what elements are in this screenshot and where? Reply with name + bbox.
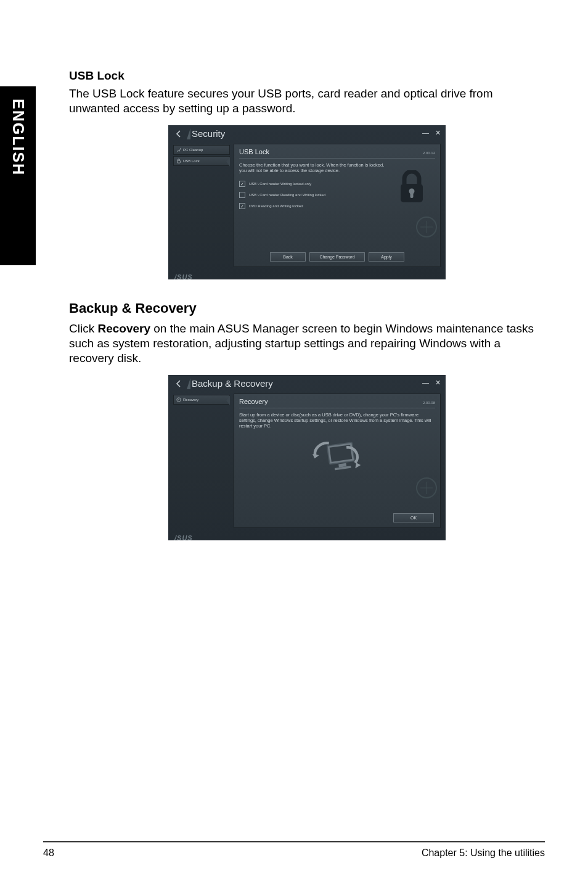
page-footer: 48 Chapter 5: Using the utilities	[43, 848, 545, 859]
minimize-icon[interactable]: —	[422, 379, 429, 387]
back-icon[interactable]	[173, 378, 184, 389]
usb-lock-body: The USB Lock feature secures your USB po…	[69, 86, 545, 117]
window-title: Backup & Recovery	[192, 378, 273, 389]
sidebar-item-recovery[interactable]: Recovery	[173, 395, 230, 405]
window-title: Security	[192, 128, 225, 139]
option-label: USB \ Card reader Writing locked only	[249, 182, 311, 186]
sidebar-item-label: USB Lock	[183, 159, 200, 163]
text-fragment: Click	[69, 322, 97, 335]
ok-button[interactable]: OK	[393, 513, 434, 522]
asus-logo: /SUS	[168, 272, 446, 279]
recovery-graphic-icon	[312, 438, 362, 481]
close-icon[interactable]: ✕	[435, 379, 441, 387]
titlebar: Backup & Recovery — ✕	[168, 375, 446, 392]
back-button[interactable]: Back	[270, 252, 306, 262]
lock-icon	[176, 159, 181, 163]
back-icon[interactable]	[173, 128, 184, 139]
option-label: DVD Reading and Writing locked	[249, 204, 303, 208]
panel-version: 2.00.08	[423, 401, 435, 405]
watermark-icon	[414, 215, 439, 242]
lock-graphic-icon	[397, 170, 427, 205]
checkbox-icon[interactable]	[239, 192, 245, 198]
brush-icon	[176, 147, 181, 152]
sidebar: PC Cleanup USB Lock	[173, 144, 230, 267]
close-icon[interactable]: ✕	[435, 129, 441, 137]
footer-rule	[43, 841, 545, 843]
sidebar: Recovery	[173, 394, 230, 528]
recovery-panel: Recovery 2.00.08 Start up from a device …	[234, 394, 441, 528]
minimize-icon[interactable]: —	[422, 129, 429, 137]
title-divider-icon	[187, 128, 190, 139]
panel-description: Start up from a device or disc(such as a…	[239, 412, 435, 429]
usb-lock-panel: USB Lock 2.00.12 Choose the function tha…	[234, 144, 441, 267]
sidebar-item-label: Recovery	[183, 398, 198, 402]
sidebar-item-pc-cleanup[interactable]: PC Cleanup	[173, 145, 230, 155]
watermark-icon	[414, 476, 439, 503]
sidebar-item-label: PC Cleanup	[183, 148, 203, 152]
change-password-button[interactable]: Change Password	[309, 252, 365, 262]
panel-title: Recovery	[239, 398, 267, 405]
panel-version: 2.00.12	[423, 151, 435, 155]
svg-rect-3	[410, 192, 414, 198]
checkbox-icon[interactable]: ✓	[239, 181, 245, 187]
backup-recovery-body: Click Recovery on the main ASUS Manager …	[69, 321, 545, 366]
title-divider-icon	[187, 378, 190, 389]
svg-point-6	[178, 399, 179, 400]
option-label: USB \ Card reader Reading and Writing lo…	[249, 193, 325, 197]
page-content: USB Lock The USB Lock feature secures yo…	[69, 69, 545, 540]
titlebar: Security — ✕	[168, 125, 446, 142]
asus-logo: /SUS	[168, 533, 446, 540]
svg-rect-0	[178, 160, 181, 163]
apply-button[interactable]: Apply	[369, 252, 404, 262]
text-bold: Recovery	[97, 322, 150, 335]
language-label: ENGLISH	[9, 99, 27, 176]
sidebar-item-usb-lock[interactable]: USB Lock	[173, 156, 230, 166]
screenshot-recovery-window: Backup & Recovery — ✕ Recovery	[168, 375, 446, 540]
screenshot-security-window: Security — ✕ PC Cleanup	[168, 125, 446, 279]
usb-lock-heading: USB Lock	[69, 69, 545, 83]
language-tab: ENGLISH	[0, 86, 36, 265]
page-number: 48	[43, 848, 54, 859]
chapter-label: Chapter 5: Using the utilities	[422, 848, 545, 859]
checkbox-icon[interactable]: ✓	[239, 203, 245, 209]
panel-title: USB Lock	[239, 148, 269, 155]
recovery-disc-icon	[176, 397, 181, 402]
backup-recovery-heading: Backup & Recovery	[69, 300, 545, 316]
